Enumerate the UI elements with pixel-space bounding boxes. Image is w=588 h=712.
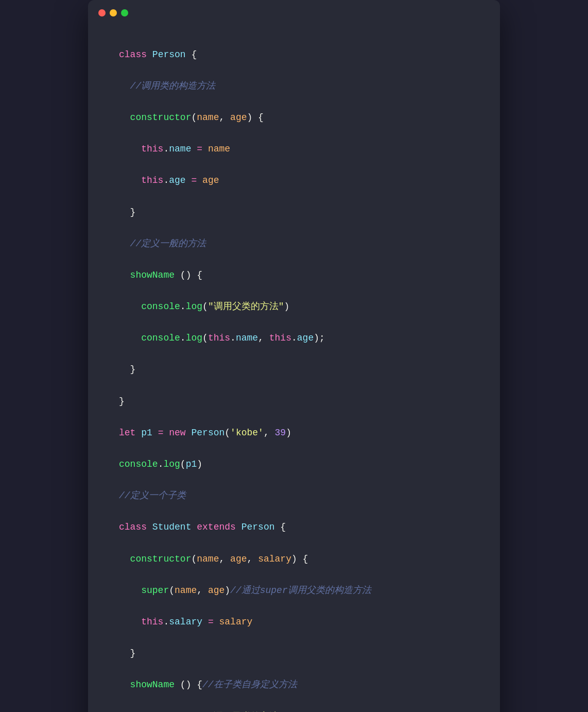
code-editor: class Person { //调用类的构造方法 constructor(na… [88, 26, 500, 712]
code-line: showName () { [119, 267, 474, 283]
code-line: console.log("调用子类的方法") [119, 709, 474, 712]
code-line: //调用类的构造方法 [119, 78, 474, 94]
code-line: showName () {//在子类自身定义方法 [119, 677, 474, 693]
close-button[interactable] [98, 9, 106, 16]
code-line: constructor(name, age) { [119, 110, 474, 126]
code-line: } [119, 646, 474, 662]
maximize-button[interactable] [121, 9, 128, 16]
code-line: console.log(this.name, this.age); [119, 330, 474, 346]
code-line: console.log("调用父类的方法") [119, 299, 474, 315]
code-line: this.age = age [119, 173, 474, 189]
code-line: class Student extends Person { [119, 519, 474, 535]
code-line: this.salary = salary [119, 614, 474, 630]
code-line: } [119, 394, 474, 410]
code-line: super(name, age)//通过super调用父类的构造方法 [119, 583, 474, 599]
code-line: class Person { [119, 47, 474, 63]
code-line: constructor(name, age, salary) { [119, 551, 474, 567]
code-line: console.log(p1) [119, 456, 474, 472]
titlebar [88, 0, 500, 26]
code-line: } [119, 362, 474, 378]
code-line: //定义一个子类 [119, 488, 474, 504]
code-line: //定义一般的方法 [119, 236, 474, 252]
code-line: this.name = name [119, 141, 474, 157]
code-line: let p1 = new Person('kobe', 39) [119, 425, 474, 441]
code-line: } [119, 205, 474, 221]
code-window: class Person { //调用类的构造方法 constructor(na… [88, 0, 500, 712]
minimize-button[interactable] [110, 9, 117, 16]
